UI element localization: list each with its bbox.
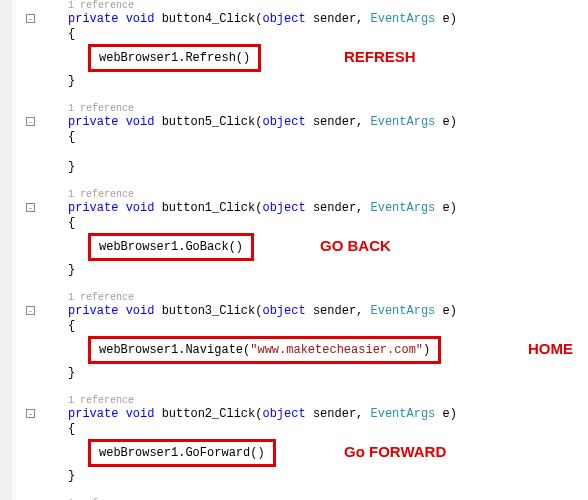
method-block: -1 referenceprivate void button1_Click(o… bbox=[24, 189, 588, 278]
annotation-label: HOME bbox=[528, 340, 573, 357]
code-editor: -1 referenceprivate void button4_Click(o… bbox=[0, 0, 588, 500]
brace-close: } bbox=[68, 160, 588, 175]
highlighted-statement: webBrowser1.GoForward() bbox=[88, 439, 276, 467]
reference-count[interactable]: 1 reference bbox=[68, 292, 588, 303]
highlighted-statement: webBrowser1.Refresh() bbox=[88, 44, 261, 72]
collapse-icon[interactable]: - bbox=[26, 203, 35, 212]
brace-open: { bbox=[68, 216, 588, 231]
method-signature: private void button1_Click(object sender… bbox=[68, 201, 588, 216]
brace-open: { bbox=[68, 422, 588, 437]
method-signature: private void button2_Click(object sender… bbox=[68, 407, 588, 422]
method-name: button4_Click bbox=[162, 12, 256, 26]
collapse-icon[interactable]: - bbox=[26, 14, 35, 23]
reference-count[interactable]: 1 reference bbox=[68, 395, 588, 406]
method-block: -1 referenceprivate void button4_Click(o… bbox=[24, 0, 588, 89]
reference-count[interactable]: 1 reference bbox=[68, 103, 588, 114]
method-name: button2_Click bbox=[162, 407, 256, 421]
brace-close: } bbox=[68, 263, 588, 278]
method-block: -1 referenceprivate void button2_Click(o… bbox=[24, 395, 588, 484]
method-signature: private void button4_Click(object sender… bbox=[68, 12, 588, 27]
highlighted-statement: webBrowser1.Navigate("www.maketecheasier… bbox=[88, 336, 441, 364]
annotation-label: GO BACK bbox=[320, 237, 391, 254]
brace-open: { bbox=[68, 27, 588, 42]
brace-close: } bbox=[68, 469, 588, 484]
brace-open: { bbox=[68, 319, 588, 334]
collapse-icon[interactable]: - bbox=[26, 117, 35, 126]
annotation-label: REFRESH bbox=[344, 48, 416, 65]
indicator-column bbox=[12, 0, 16, 500]
method-name: button5_Click bbox=[162, 115, 256, 129]
method-block: -1 referenceprivate void button3_Click(o… bbox=[24, 292, 588, 381]
method-signature: private void button5_Click(object sender… bbox=[68, 115, 588, 130]
method-name: button3_Click bbox=[162, 304, 256, 318]
collapse-icon[interactable]: - bbox=[26, 409, 35, 418]
method-block: -1 referenceprivate void button5_Click(o… bbox=[24, 103, 588, 175]
reference-count[interactable]: 1 reference bbox=[68, 189, 588, 200]
method-name: button1_Click bbox=[162, 201, 256, 215]
method-signature: private void button3_Click(object sender… bbox=[68, 304, 588, 319]
brace-close: } bbox=[68, 366, 588, 381]
highlighted-statement: webBrowser1.GoBack() bbox=[88, 233, 254, 261]
collapse-icon[interactable]: - bbox=[26, 306, 35, 315]
reference-count[interactable]: 1 reference bbox=[68, 0, 588, 11]
brace-close: } bbox=[68, 74, 588, 89]
brace-open: { bbox=[68, 130, 588, 145]
annotation-label: Go FORWARD bbox=[344, 443, 446, 460]
